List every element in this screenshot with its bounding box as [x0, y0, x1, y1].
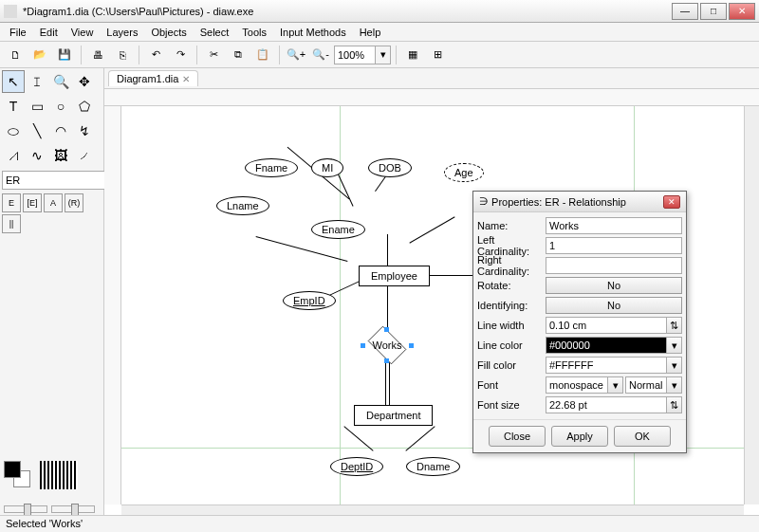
box-tool[interactable]: ▭: [26, 95, 48, 118]
name-input[interactable]: [546, 217, 682, 234]
zoom-input[interactable]: [334, 46, 376, 64]
tab-diagram1[interactable]: Diagram1.dia ✕: [108, 70, 198, 86]
fill-color-input[interactable]: [546, 357, 667, 374]
attr-deptid[interactable]: DeptID: [330, 457, 383, 476]
outline-tool[interactable]: ⟋: [73, 144, 96, 167]
color-swatches[interactable]: [4, 461, 32, 489]
line-width-slider[interactable]: [4, 505, 47, 513]
text-cursor-tool[interactable]: 𝙸: [26, 70, 48, 93]
connector[interactable]: [387, 234, 388, 267]
line-color-dropdown-icon[interactable]: ▾: [667, 337, 682, 354]
menu-select[interactable]: Select: [194, 25, 235, 40]
print-button[interactable]: 🖶: [86, 44, 109, 66]
copy-button[interactable]: ⧉: [227, 44, 250, 66]
dialog-titlebar[interactable]: ∋ Properties: ER - Relationship ✕: [473, 192, 686, 212]
left-cardinality-input[interactable]: [546, 237, 682, 254]
line-width-spinner-icon[interactable]: ⇅: [667, 317, 682, 334]
save-button[interactable]: 💾: [53, 44, 76, 66]
entity-department[interactable]: Department: [354, 405, 433, 426]
beziergon-tool[interactable]: ⬭: [2, 119, 25, 142]
export-button[interactable]: ⎘: [111, 44, 134, 66]
cut-button[interactable]: ✂: [202, 44, 225, 66]
er-relationship-button[interactable]: (R): [65, 193, 83, 212]
line-style-slider[interactable]: [51, 505, 95, 513]
font-size-input[interactable]: [546, 396, 667, 413]
pointer-tool[interactable]: ↖: [2, 70, 25, 93]
undo-button[interactable]: ↶: [144, 44, 167, 66]
linestyle-preview[interactable]: [40, 461, 78, 489]
line-width-input[interactable]: [546, 317, 667, 334]
zoom-in-button[interactable]: 🔍+: [285, 44, 307, 66]
attr-mi[interactable]: MI: [311, 158, 343, 177]
attr-dname[interactable]: Dname: [406, 457, 460, 476]
right-cardinality-input[interactable]: [546, 257, 682, 274]
identifying-toggle[interactable]: No: [546, 297, 682, 314]
grid-button[interactable]: ⊞: [426, 44, 449, 66]
toolbox: ↖ 𝙸 🔍 ✥ T ▭ ○ ⬠ ⬭ ╲ ◠ ↯ ⩘ ∿ 🖼 ⟋ ▾ E: [0, 68, 104, 522]
menu-layers[interactable]: Layers: [101, 25, 143, 40]
ellipse-tool[interactable]: ○: [49, 95, 72, 118]
menu-input-methods[interactable]: Input Methods: [274, 25, 352, 40]
zigzag-tool[interactable]: ↯: [73, 119, 96, 142]
label-fill-color: Fill color: [477, 359, 546, 371]
tab-bar: Diagram1.dia ✕: [104, 68, 759, 89]
line-color-input[interactable]: [546, 337, 667, 354]
label-font-size: Font size: [477, 399, 546, 411]
ok-button[interactable]: OK: [614, 426, 671, 447]
entity-employee[interactable]: Employee: [359, 266, 430, 286]
connector[interactable]: [409, 216, 454, 243]
menu-tools[interactable]: Tools: [236, 25, 272, 40]
relationship-works[interactable]: Works: [363, 330, 411, 360]
paste-button[interactable]: 📋: [251, 44, 274, 66]
attr-empid[interactable]: EmpID: [283, 291, 336, 310]
minimize-button[interactable]: —: [672, 3, 698, 20]
bezier-tool[interactable]: ∿: [26, 144, 48, 167]
close-button[interactable]: ✕: [729, 3, 755, 20]
er-attribute-button[interactable]: A: [44, 193, 63, 212]
er-participation-button[interactable]: ||: [2, 214, 21, 233]
connector[interactable]: [387, 282, 388, 334]
polygon-tool[interactable]: ⬠: [73, 95, 96, 118]
er-weak-entity-button[interactable]: [E]: [23, 193, 42, 212]
text-tool[interactable]: T: [2, 95, 25, 118]
maximize-button[interactable]: □: [700, 3, 727, 20]
close-dialog-button[interactable]: Close: [489, 426, 546, 447]
snap-button[interactable]: ▦: [401, 44, 424, 66]
zoom-out-button[interactable]: 🔍-: [309, 44, 332, 66]
line-tool[interactable]: ╲: [26, 119, 48, 142]
rotate-toggle[interactable]: No: [546, 277, 682, 294]
redo-button[interactable]: ↷: [169, 44, 192, 66]
dialog-close-button[interactable]: ✕: [663, 195, 680, 209]
font-family-select[interactable]: [546, 376, 608, 394]
menu-file[interactable]: File: [4, 25, 32, 40]
apply-button[interactable]: Apply: [551, 426, 608, 447]
scroll-tool[interactable]: ✥: [73, 70, 96, 93]
connector[interactable]: [256, 236, 348, 262]
tab-close-icon[interactable]: ✕: [182, 74, 190, 84]
attr-age[interactable]: Age: [444, 163, 484, 182]
menu-edit[interactable]: Edit: [34, 25, 64, 40]
font-size-spinner-icon[interactable]: ⇅: [667, 396, 682, 413]
menu-objects[interactable]: Objects: [145, 25, 192, 40]
attr-lname[interactable]: Lname: [216, 196, 269, 215]
font-family-dropdown-icon[interactable]: ▾: [608, 376, 623, 394]
zoom-dropdown-icon[interactable]: ▾: [376, 46, 391, 64]
menu-view[interactable]: View: [65, 25, 100, 40]
menu-help[interactable]: Help: [354, 25, 387, 40]
font-style-select[interactable]: [625, 376, 667, 394]
fill-color-dropdown-icon[interactable]: ▾: [667, 357, 682, 374]
image-tool[interactable]: 🖼: [49, 144, 72, 167]
er-entity-button[interactable]: E: [2, 193, 21, 212]
attr-dob[interactable]: DOB: [368, 158, 412, 177]
open-button[interactable]: 📂: [28, 44, 51, 66]
new-button[interactable]: 🗋: [4, 44, 27, 66]
attr-fname[interactable]: Fname: [245, 158, 298, 177]
font-style-dropdown-icon[interactable]: ▾: [667, 376, 682, 394]
arc-tool[interactable]: ◠: [49, 119, 72, 142]
polyline-tool[interactable]: ⩘: [2, 144, 25, 167]
status-bar: Selected 'Works': [0, 515, 759, 532]
magnify-tool[interactable]: 🔍: [49, 70, 72, 93]
fg-swatch[interactable]: [4, 461, 21, 478]
attr-ename[interactable]: Ename: [311, 220, 365, 239]
scrollbar-vertical[interactable]: [744, 106, 759, 504]
